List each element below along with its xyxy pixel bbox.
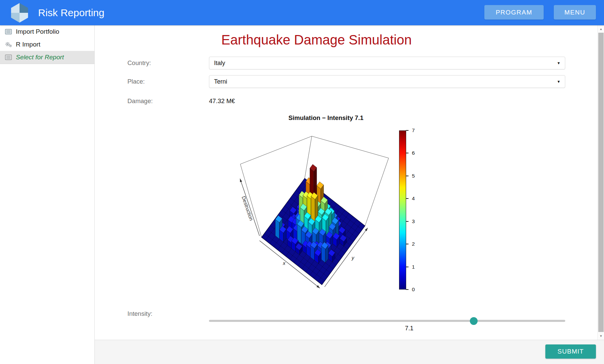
colorbar-tick-label: 0 xyxy=(412,286,415,293)
intensity-value: 7.1 xyxy=(392,325,426,332)
scrollbar[interactable]: ▲ ▼ xyxy=(597,25,604,340)
svg-text:Destruction: Destruction xyxy=(241,195,254,221)
svg-text:y: y xyxy=(351,255,355,261)
program-button[interactable]: PROGRAM xyxy=(484,5,544,20)
colorbar xyxy=(399,130,406,290)
gears-icon xyxy=(5,41,12,48)
colorbar-tick xyxy=(406,198,409,199)
scrollbar-thumb[interactable] xyxy=(598,33,604,332)
colorbar-tick-label: 6 xyxy=(412,150,415,156)
place-select[interactable]: Terni ▼ xyxy=(209,75,565,88)
colorbar-tick-label: 1 xyxy=(412,264,415,270)
list-icon xyxy=(5,29,12,34)
app-logo-icon xyxy=(9,2,30,23)
app-title: Risk Reporting xyxy=(38,0,104,25)
sidebar-item-label: Import Portfolio xyxy=(16,28,59,35)
submit-button[interactable]: SUBMIT xyxy=(545,344,596,359)
scroll-up-icon[interactable]: ▲ xyxy=(598,26,604,32)
country-select[interactable]: Italy ▼ xyxy=(209,57,565,69)
colorbar-tick xyxy=(406,221,409,222)
chevron-down-icon: ▼ xyxy=(557,57,561,69)
colorbar-tick xyxy=(406,289,409,290)
intensity-slider-knob[interactable] xyxy=(470,317,478,325)
intensity-slider-track[interactable] xyxy=(209,320,565,322)
country-select-value: Italy xyxy=(214,60,225,66)
colorbar-tick-label: 2 xyxy=(412,241,415,247)
colorbar-tick-label: 4 xyxy=(412,195,415,202)
colorbar-tick-label: 3 xyxy=(412,218,415,224)
chart-title: Simulation − Intensity 7.1 xyxy=(218,114,434,122)
colorbar-tick-label: 5 xyxy=(412,173,415,179)
sidebar-item-r-import[interactable]: R Import xyxy=(0,38,94,51)
colorbar-tick xyxy=(406,176,409,176)
app-header: Risk Reporting PROGRAM MENU xyxy=(0,0,604,25)
sidebar: Import Portfolio R Import xyxy=(0,25,95,364)
place-select-value: Terni xyxy=(214,78,227,85)
colorbar-tick xyxy=(406,153,409,153)
list-icon xyxy=(5,55,12,60)
colorbar-tick xyxy=(406,244,409,244)
footer-bar xyxy=(95,340,604,364)
intensity-label: Intensity: xyxy=(127,307,152,320)
damage-value: 47.32 M€ xyxy=(209,95,235,108)
colorbar-tick xyxy=(406,130,409,131)
colorbar-tick-label: 7 xyxy=(412,127,415,133)
page-title: Earthquake Damage Simulation xyxy=(182,32,451,48)
svg-text:x: x xyxy=(282,260,285,266)
chevron-down-icon: ▼ xyxy=(557,75,561,88)
colorbar-tick xyxy=(406,267,409,267)
damage-label: Damage: xyxy=(127,95,153,108)
page: Risk Reporting PROGRAM MENU Import Portf… xyxy=(0,0,604,364)
sidebar-item-select-for-report[interactable]: Select for Report xyxy=(0,51,94,64)
scroll-down-icon[interactable]: ▼ xyxy=(598,333,604,339)
sidebar-item-import-portfolio[interactable]: Import Portfolio xyxy=(0,25,94,38)
sidebar-divider xyxy=(0,64,94,64)
sidebar-item-label: Select for Report xyxy=(16,54,64,61)
sidebar-item-label: R Import xyxy=(16,41,40,48)
country-label: Country: xyxy=(127,57,151,69)
menu-button[interactable]: MENU xyxy=(554,5,596,20)
place-label: Place: xyxy=(127,75,145,88)
